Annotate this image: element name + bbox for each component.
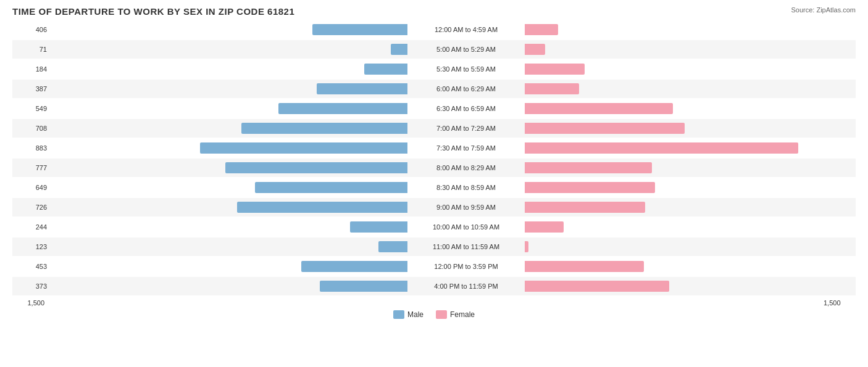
male-value: 387 bbox=[12, 85, 49, 93]
male-bar-container bbox=[49, 103, 407, 114]
table-row: 708 7:00 AM to 7:29 AM 681 bbox=[12, 119, 856, 138]
axis-left-label: 1,500 bbox=[12, 299, 47, 307]
table-row: 184 5:30 AM to 5:59 AM 255 bbox=[12, 60, 856, 78]
female-bar-container bbox=[525, 162, 868, 173]
male-value: 708 bbox=[12, 125, 49, 132]
male-bar-container bbox=[49, 83, 407, 94]
time-label: 5:30 AM to 5:59 AM bbox=[407, 65, 525, 73]
female-swatch bbox=[436, 310, 447, 319]
table-row: 777 8:00 AM to 8:29 AM 541 bbox=[12, 159, 856, 177]
male-value: 777 bbox=[12, 164, 49, 171]
table-row: 244 10:00 AM to 10:59 AM 165 bbox=[12, 218, 856, 236]
female-bar bbox=[525, 103, 673, 114]
female-bar bbox=[525, 44, 545, 55]
table-row: 406 12:00 AM to 4:59 AM 143 bbox=[12, 20, 856, 39]
female-bar-container bbox=[525, 182, 868, 193]
male-bar bbox=[317, 83, 407, 94]
time-label: 8:30 AM to 8:59 AM bbox=[407, 184, 525, 191]
female-bar bbox=[525, 182, 655, 193]
male-bar bbox=[364, 64, 407, 75]
table-row: 373 4:00 PM to 11:59 PM 616 bbox=[12, 277, 856, 295]
male-bar bbox=[278, 103, 407, 114]
table-row: 883 7:30 AM to 7:59 AM 1,165 bbox=[12, 139, 856, 157]
table-row: 453 12:00 PM to 3:59 PM 509 bbox=[12, 257, 856, 276]
female-bar-container bbox=[525, 83, 868, 94]
table-row: 387 6:00 AM to 6:29 AM 231 bbox=[12, 80, 856, 98]
male-bar-container bbox=[49, 281, 407, 292]
source-label: Source: ZipAtlas.com bbox=[791, 6, 856, 14]
female-bar bbox=[525, 261, 644, 272]
female-bar bbox=[525, 281, 669, 292]
male-bar bbox=[312, 24, 407, 35]
bars-area: 406 12:00 AM to 4:59 AM 143 71 5:00 AM t… bbox=[12, 20, 856, 295]
time-label: 9:00 AM to 9:59 AM bbox=[407, 204, 525, 211]
female-bar-container bbox=[525, 281, 868, 292]
male-bar bbox=[350, 221, 407, 233]
time-label: 6:00 AM to 6:29 AM bbox=[407, 85, 525, 93]
male-bar bbox=[391, 44, 407, 55]
male-bar-container bbox=[49, 123, 407, 134]
male-bar-container bbox=[49, 221, 407, 233]
table-row: 71 5:00 AM to 5:29 AM 88 bbox=[12, 40, 856, 59]
male-value: 184 bbox=[12, 65, 49, 73]
male-value: 883 bbox=[12, 144, 49, 152]
female-bar bbox=[525, 241, 528, 252]
female-bar-container bbox=[525, 123, 868, 134]
time-label: 11:00 AM to 11:59 AM bbox=[407, 243, 525, 250]
female-bar bbox=[525, 221, 564, 233]
female-bar-container bbox=[525, 261, 868, 272]
female-bar-container bbox=[525, 142, 868, 154]
male-bar bbox=[378, 241, 407, 252]
axis-row: 1,500 1,500 bbox=[12, 299, 856, 307]
table-row: 123 11:00 AM to 11:59 AM 17 bbox=[12, 237, 856, 256]
male-swatch bbox=[393, 310, 404, 319]
male-bar-container bbox=[49, 162, 407, 173]
male-bar bbox=[237, 202, 407, 213]
time-label: 8:00 AM to 8:29 AM bbox=[407, 164, 525, 171]
male-bar-container bbox=[49, 241, 407, 252]
time-label: 4:00 PM to 11:59 PM bbox=[407, 282, 525, 290]
chart-container: TIME OF DEPARTURE TO WORK BY SEX IN ZIP … bbox=[0, 0, 868, 367]
female-bar-container bbox=[525, 103, 868, 114]
axis-right-label: 1,500 bbox=[821, 299, 856, 307]
male-bar bbox=[200, 142, 407, 154]
male-bar-container bbox=[49, 261, 407, 272]
male-bar bbox=[320, 281, 407, 292]
male-value: 123 bbox=[12, 243, 49, 250]
male-value: 373 bbox=[12, 282, 49, 290]
female-bar-container bbox=[525, 44, 868, 55]
female-label: Female bbox=[450, 310, 475, 319]
male-value: 453 bbox=[12, 263, 49, 270]
female-bar bbox=[525, 142, 798, 154]
male-bar-container bbox=[49, 24, 407, 35]
female-bar-container bbox=[525, 202, 868, 213]
table-row: 549 6:30 AM to 6:59 AM 631 bbox=[12, 99, 856, 118]
legend: Male Female bbox=[12, 310, 856, 319]
table-row: 726 9:00 AM to 9:59 AM 512 bbox=[12, 198, 856, 216]
male-bar-container bbox=[49, 64, 407, 75]
male-bar-container bbox=[49, 44, 407, 55]
male-value: 244 bbox=[12, 223, 49, 231]
time-label: 6:30 AM to 6:59 AM bbox=[407, 105, 525, 112]
male-label: Male bbox=[407, 310, 424, 319]
female-bar-container bbox=[525, 64, 868, 75]
female-bar bbox=[525, 202, 645, 213]
male-value: 406 bbox=[12, 26, 49, 33]
female-bar-container bbox=[525, 221, 868, 233]
legend-male: Male bbox=[393, 310, 424, 319]
male-bar-container bbox=[49, 182, 407, 193]
male-bar bbox=[241, 123, 407, 134]
male-bar-container bbox=[49, 142, 407, 154]
time-label: 12:00 AM to 4:59 AM bbox=[407, 26, 525, 33]
time-label: 7:00 AM to 7:29 AM bbox=[407, 125, 525, 132]
male-bar bbox=[225, 162, 407, 173]
female-bar bbox=[525, 83, 579, 94]
female-bar bbox=[525, 24, 558, 35]
time-label: 5:00 AM to 5:29 AM bbox=[407, 46, 525, 53]
female-bar bbox=[525, 64, 585, 75]
chart-title: TIME OF DEPARTURE TO WORK BY SEX IN ZIP … bbox=[12, 6, 856, 17]
female-bar-container bbox=[525, 24, 868, 35]
time-label: 10:00 AM to 10:59 AM bbox=[407, 223, 525, 231]
time-label: 12:00 PM to 3:59 PM bbox=[407, 263, 525, 270]
male-value: 726 bbox=[12, 204, 49, 211]
